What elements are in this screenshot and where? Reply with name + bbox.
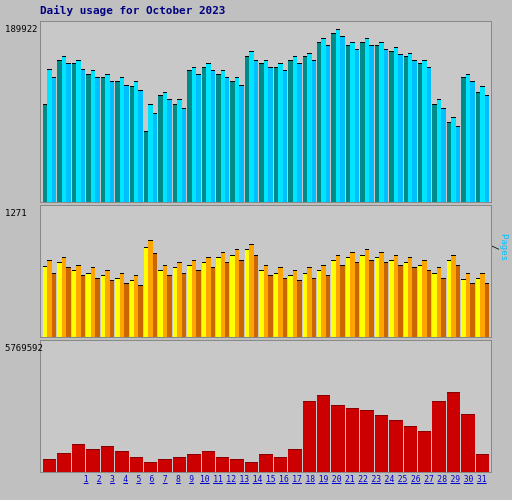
- top-bar-group: [158, 24, 171, 202]
- bot-bar-group: [216, 343, 229, 472]
- top-bar-group: [331, 24, 344, 202]
- top-bar-group: [216, 24, 229, 202]
- x-day-label[interactable]: 27: [423, 475, 435, 484]
- mid-bars-row: [41, 206, 491, 337]
- x-day-label[interactable]: 25: [397, 475, 409, 484]
- x-day-label[interactable]: 12: [225, 475, 237, 484]
- mid-bar-group: [476, 208, 489, 337]
- charts-wrapper: 189922 1271 5769592: [40, 21, 492, 473]
- bot-bar: [86, 449, 99, 472]
- x-day-label[interactable]: 29: [449, 475, 461, 484]
- x-day-label[interactable]: 30: [462, 475, 474, 484]
- x-day-label[interactable]: 22: [357, 475, 369, 484]
- top-bar-group: [274, 24, 287, 202]
- x-day-label[interactable]: 2: [93, 475, 105, 484]
- top-bar: [384, 49, 388, 202]
- top-bar: [268, 67, 272, 202]
- mid-bar-group: [274, 208, 287, 337]
- bot-bar-group: [130, 343, 143, 472]
- mid-bar: [225, 262, 229, 337]
- x-day-label[interactable]: 21: [344, 475, 356, 484]
- x-day-label[interactable]: 28: [436, 475, 448, 484]
- top-bar-group: [72, 24, 85, 202]
- x-day-label[interactable]: 20: [331, 475, 343, 484]
- mid-bar: [456, 265, 460, 337]
- mid-bar-group: [202, 208, 215, 337]
- mid-bar-group: [317, 208, 330, 337]
- x-day-label[interactable]: 13: [238, 475, 250, 484]
- bot-bar-group: [346, 343, 359, 472]
- mid-bar: [369, 260, 373, 337]
- top-bar: [427, 67, 431, 202]
- mid-bar-group: [418, 208, 431, 337]
- x-day-label[interactable]: 26: [410, 475, 422, 484]
- top-bar-group: [230, 24, 243, 202]
- bot-bar-group: [173, 343, 186, 472]
- bot-bar: [375, 415, 388, 472]
- bot-bar-group: [57, 343, 70, 472]
- top-bar: [196, 74, 200, 202]
- x-day-label[interactable]: 14: [251, 475, 263, 484]
- top-bar-group: [86, 24, 99, 202]
- chart-container: Daily usage for October 2023 189922 1271…: [0, 0, 512, 500]
- mid-bar: [326, 275, 330, 337]
- bot-bar-group: [447, 343, 460, 472]
- x-day-label[interactable]: 8: [172, 475, 184, 484]
- x-day-label[interactable]: 24: [383, 475, 395, 484]
- top-bar: [110, 81, 114, 202]
- x-day-label[interactable]: 17: [291, 475, 303, 484]
- bot-bar-group: [331, 343, 344, 472]
- mid-bar-group: [432, 208, 445, 337]
- top-bar: [312, 60, 316, 202]
- top-bar-group: [447, 24, 460, 202]
- bot-bar-group: [230, 343, 243, 472]
- mid-bar: [182, 273, 186, 337]
- x-day-label[interactable]: 6: [146, 475, 158, 484]
- bot-bar: [346, 408, 359, 472]
- x-day-label[interactable]: 1: [80, 475, 92, 484]
- bot-bar-group: [360, 343, 373, 472]
- x-day-label[interactable]: 7: [159, 475, 171, 484]
- top-bar: [182, 108, 186, 202]
- x-day-label[interactable]: 31: [476, 475, 488, 484]
- bot-bar: [173, 457, 186, 472]
- top-bar-group: [432, 24, 445, 202]
- mid-bar-group: [72, 208, 85, 337]
- x-day-label[interactable]: 23: [370, 475, 382, 484]
- x-day-label[interactable]: 10: [199, 475, 211, 484]
- bot-bar: [303, 401, 316, 472]
- mid-bar: [312, 278, 316, 337]
- top-bar: [441, 108, 445, 202]
- mid-bar: [196, 270, 200, 337]
- x-day-label[interactable]: 3: [106, 475, 118, 484]
- top-bar: [326, 45, 330, 202]
- x-day-label[interactable]: 15: [265, 475, 277, 484]
- mid-bar-group: [130, 208, 143, 337]
- bot-bar: [476, 454, 489, 472]
- bot-bar-group: [404, 343, 417, 472]
- bot-bar: [461, 414, 474, 472]
- x-day-label[interactable]: 4: [120, 475, 132, 484]
- mid-bar: [52, 273, 56, 337]
- bot-bar: [360, 410, 373, 472]
- bot-bar: [57, 453, 70, 472]
- mid-bar: [138, 285, 142, 337]
- x-day-label[interactable]: 5: [133, 475, 145, 484]
- mid-bar: [239, 260, 243, 337]
- x-day-label[interactable]: 9: [186, 475, 198, 484]
- top-bar-group: [389, 24, 402, 202]
- mid-bar-group: [461, 208, 474, 337]
- x-day-label[interactable]: 19: [317, 475, 329, 484]
- bot-bar-group: [115, 343, 128, 472]
- top-bar-group: [346, 24, 359, 202]
- bot-bar-group: [303, 343, 316, 472]
- top-bar-group: [288, 24, 301, 202]
- top-bar-group: [418, 24, 431, 202]
- mid-bar-group: [447, 208, 460, 337]
- x-day-label[interactable]: 18: [304, 475, 316, 484]
- x-day-label[interactable]: 11: [212, 475, 224, 484]
- x-day-label[interactable]: 16: [278, 475, 290, 484]
- top-bars-row: [41, 22, 491, 202]
- top-bar-group: [101, 24, 114, 202]
- mid-bar: [470, 283, 474, 337]
